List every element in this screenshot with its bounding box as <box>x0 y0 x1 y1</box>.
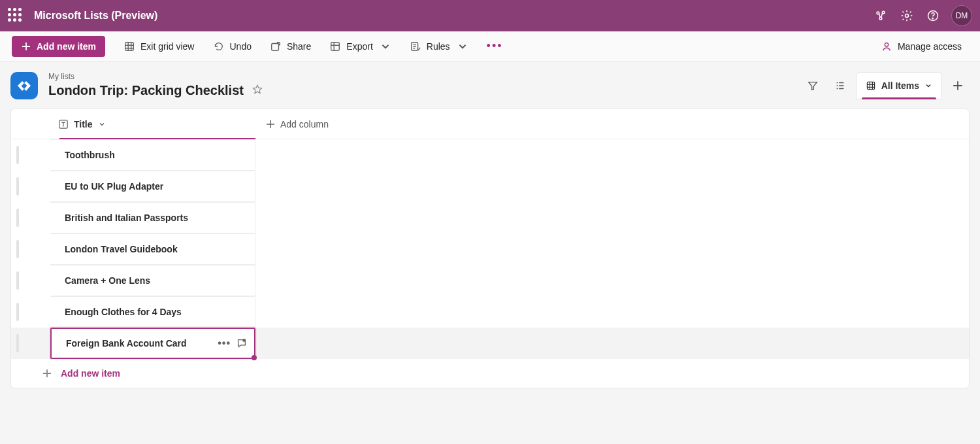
list-grid: Title Add column ToothbrushEU to UK Plug… <box>10 109 970 388</box>
view-switcher[interactable]: All Items <box>856 72 942 99</box>
table-row[interactable]: Foreign Bank Account Card••• <box>11 328 969 359</box>
row-handle[interactable] <box>11 296 50 328</box>
cell-title[interactable]: Enough Clothes for 4 Days <box>50 296 255 328</box>
table-row[interactable]: British and Italian Passports <box>11 202 969 233</box>
cell-title-text: Foreign Bank Account Card <box>66 338 218 349</box>
favorite-star-icon[interactable] <box>250 82 265 99</box>
rules-button[interactable]: Rules <box>403 36 475 57</box>
gear-icon[interactable] <box>894 3 920 29</box>
comment-icon[interactable] <box>236 337 248 349</box>
add-column-button[interactable]: Add column <box>255 109 339 139</box>
svg-point-13 <box>243 339 246 342</box>
app-header: Microsoft Lists (Preview) DM <box>0 0 980 31</box>
resize-handle[interactable] <box>252 355 257 360</box>
add-item-button[interactable]: Add new item <box>12 36 105 57</box>
add-view-button[interactable] <box>946 74 970 97</box>
svg-rect-8 <box>331 42 340 50</box>
command-bar: Add new item Exit grid view Undo Share E… <box>0 31 980 61</box>
svg-point-10 <box>885 43 888 46</box>
share-header-icon[interactable] <box>868 3 894 29</box>
row-handle[interactable] <box>11 265 50 296</box>
manage-access-label: Manage access <box>898 41 962 52</box>
svg-point-2 <box>879 17 882 20</box>
group-icon[interactable] <box>828 74 852 97</box>
chevron-down-icon <box>98 120 106 128</box>
svg-point-3 <box>906 14 909 18</box>
avatar[interactable]: DM <box>951 5 972 26</box>
breadcrumb[interactable]: My lists <box>48 72 265 81</box>
row-handle[interactable] <box>11 171 50 202</box>
table-row[interactable]: Toothbrush <box>11 139 969 171</box>
cell-title[interactable]: EU to UK Plug Adapter <box>50 171 255 202</box>
cell-title-text: Enough Clothes for 4 Days <box>65 307 240 317</box>
list-title: London Trip: Packing Checklist <box>48 83 244 98</box>
add-item-label: Add new item <box>37 41 96 52</box>
help-icon[interactable] <box>920 3 946 29</box>
chevron-down-icon <box>380 41 391 52</box>
svg-point-5 <box>932 18 933 19</box>
row-more-icon[interactable]: ••• <box>218 337 231 349</box>
table-row[interactable]: London Travel Guidebook <box>11 233 969 265</box>
cell-title[interactable]: Foreign Bank Account Card••• <box>50 328 255 359</box>
view-label: All Items <box>881 80 919 91</box>
cell-title[interactable]: Toothbrush <box>50 139 255 171</box>
svg-rect-6 <box>125 42 134 50</box>
grid-header-row: Title Add column <box>11 109 969 139</box>
undo-button[interactable]: Undo <box>206 36 257 57</box>
table-row[interactable]: Enough Clothes for 4 Days <box>11 296 969 328</box>
svg-rect-11 <box>867 82 874 89</box>
table-row[interactable]: Camera + One Lens <box>11 265 969 296</box>
cell-title-text: Toothbrush <box>65 150 240 160</box>
app-launcher-icon[interactable] <box>8 8 24 24</box>
column-title-label: Title <box>74 119 93 129</box>
exit-grid-button[interactable]: Exit grid view <box>117 36 201 57</box>
export-button[interactable]: Export <box>323 36 397 57</box>
svg-rect-7 <box>272 43 279 50</box>
add-item-row[interactable]: Add new item <box>11 359 969 388</box>
table-row[interactable]: EU to UK Plug Adapter <box>11 171 969 202</box>
more-commands-button[interactable]: ••• <box>480 36 510 57</box>
row-handle[interactable] <box>11 328 50 359</box>
app-title: Microsoft Lists (Preview) <box>34 10 157 22</box>
share-label: Share <box>287 41 311 52</box>
add-item-row-label: Add new item <box>61 368 120 379</box>
chevron-down-icon <box>924 82 932 90</box>
row-handle[interactable] <box>11 233 50 265</box>
rules-label: Rules <box>427 41 450 52</box>
cell-title-text: EU to UK Plug Adapter <box>65 181 240 192</box>
filter-icon[interactable] <box>801 74 825 97</box>
cell-title-text: Camera + One Lens <box>65 275 240 286</box>
cell-title[interactable]: Camera + One Lens <box>50 265 255 296</box>
list-icon <box>10 72 38 99</box>
row-handle[interactable] <box>11 202 50 233</box>
undo-label: Undo <box>229 41 251 52</box>
cell-title-text: British and Italian Passports <box>65 213 240 223</box>
add-column-label: Add column <box>280 119 329 129</box>
cell-title-text: London Travel Guidebook <box>65 244 240 254</box>
export-label: Export <box>346 41 372 52</box>
cell-title[interactable]: London Travel Guidebook <box>50 233 255 265</box>
share-button[interactable]: Share <box>263 36 318 57</box>
list-header: My lists London Trip: Packing Checklist <box>10 72 970 99</box>
row-handle[interactable] <box>11 139 50 171</box>
chevron-down-icon <box>457 41 468 52</box>
manage-access-button[interactable]: Manage access <box>874 36 968 57</box>
column-header-title[interactable]: Title <box>50 109 255 139</box>
exit-grid-label: Exit grid view <box>140 41 194 52</box>
cell-title[interactable]: British and Italian Passports <box>50 202 255 233</box>
